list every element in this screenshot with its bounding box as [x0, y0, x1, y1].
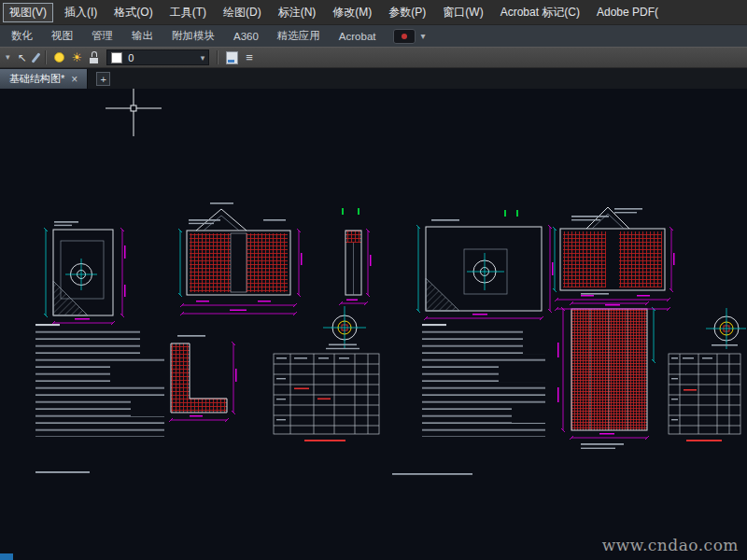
ribbon-tab-featured-apps[interactable]: 精选应用 [268, 29, 330, 43]
layers-toolbar: ▾ ↖ ☀ 0 ▾ ≡ [0, 47, 747, 68]
menu-item-format[interactable]: 格式(O) [106, 5, 161, 21]
toolbar-divider [45, 50, 47, 64]
schedule-table-left [274, 354, 379, 434]
menu-item-insert[interactable]: 插入(I) [56, 5, 106, 21]
ribbon-tab-parametric[interactable]: 数化 [2, 29, 42, 43]
ribbon-tab-acrobat[interactable]: Acrobat [330, 31, 386, 42]
layer-name-value: 0 [128, 52, 134, 63]
ribbon-tab-a360[interactable]: A360 [224, 31, 268, 42]
menu-item-draw[interactable]: 绘图(D) [215, 5, 270, 21]
taskbar-fragment [0, 553, 13, 560]
screencast-icon[interactable] [393, 29, 416, 44]
menu-bar: 视图(V) 插入(I) 格式(O) 工具(T) 绘图(D) 标注(N) 修改(M… [0, 0, 747, 25]
menu-item-acrobat-markup[interactable]: Acrobat 标记(C) [492, 5, 588, 21]
layer-dropdown[interactable]: 0 ▾ [106, 49, 209, 65]
file-tab-active[interactable]: 基础结构图* × [0, 69, 88, 89]
ribbon-dropdown-caret-icon[interactable]: ▾ [416, 31, 431, 41]
menu-item-parametric[interactable]: 参数(P) [380, 5, 434, 21]
menu-item-view[interactable]: 视图(V) [3, 3, 53, 22]
red-hatch-areas [171, 231, 662, 430]
pencil-icon[interactable] [31, 52, 40, 63]
lightbulb-icon[interactable] [54, 52, 64, 63]
schedule-table-right [669, 354, 740, 434]
menu-item-tools[interactable]: 工具(T) [162, 5, 215, 21]
toolbar-divider [217, 50, 218, 64]
drawing-canvas[interactable] [0, 89, 747, 560]
menu-item-adobe-pdf[interactable]: Adobe PDF( [588, 6, 667, 19]
ribbon-tab-addins[interactable]: 附加模块 [162, 29, 224, 43]
lock-icon[interactable] [90, 51, 99, 63]
green-section-marks [342, 208, 518, 217]
document-icon[interactable] [226, 51, 238, 64]
toolbar-collapse-caret-icon[interactable]: ▾ [6, 53, 10, 62]
menu-item-window[interactable]: 窗口(W) [434, 5, 491, 21]
layer-color-swatch [111, 52, 122, 63]
crosshair-cursor [106, 89, 162, 136]
menu-item-dimension[interactable]: 标注(N) [270, 5, 325, 21]
watermark: www.cndao.com [602, 536, 739, 554]
ribbon-tab-manage[interactable]: 管理 [82, 29, 122, 43]
sun-icon[interactable]: ☀ [72, 51, 83, 63]
layer-dropdown-caret-icon[interactable]: ▾ [201, 53, 205, 63]
list-icon[interactable]: ≡ [246, 51, 253, 63]
file-tab-bar: 基础结构图* × + [0, 68, 747, 89]
ribbon-tab-view[interactable]: 视图 [42, 29, 82, 43]
cursor-icon[interactable]: ↖ [18, 52, 27, 63]
ribbon-tab-output[interactable]: 输出 [122, 29, 162, 43]
menu-item-modify[interactable]: 修改(M) [324, 5, 380, 21]
ribbon-tab-bar: 数化 视图 管理 输出 附加模块 A360 精选应用 Acrobat ▾ [0, 25, 747, 47]
new-tab-button[interactable]: + [96, 72, 110, 86]
close-tab-icon[interactable]: × [71, 73, 78, 86]
model-space-canvas[interactable]: www.cndao.com [0, 89, 747, 560]
file-tab-title: 基础结构图* [9, 72, 64, 86]
